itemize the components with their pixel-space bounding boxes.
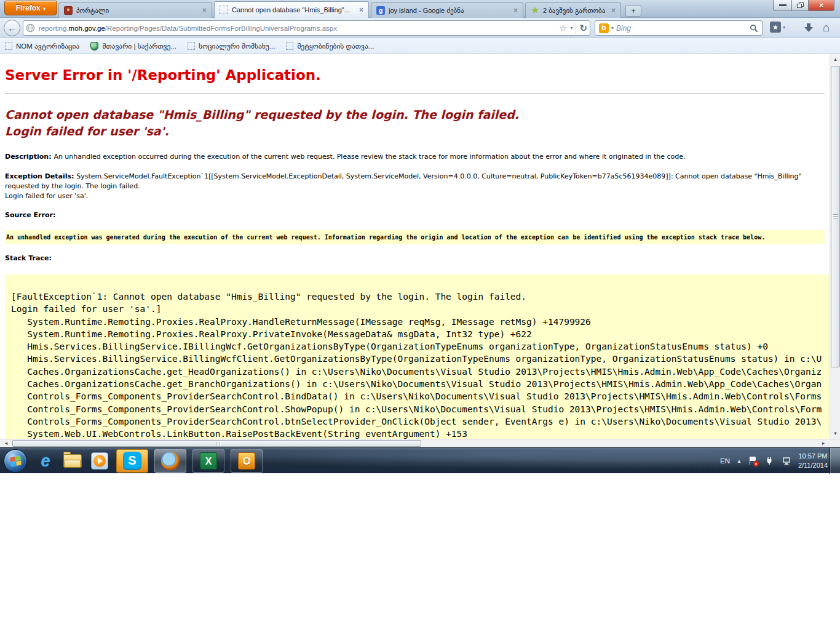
skype-icon: S: [123, 452, 141, 470]
reload-icon[interactable]: ↻: [579, 23, 587, 34]
firefox-app-button-label: Firefox: [16, 4, 41, 12]
tab-label: პორტალი: [76, 7, 199, 15]
tab-portal[interactable]: პორტალი ×: [58, 2, 212, 18]
firefox-app-button[interactable]: Firefox▾: [4, 1, 57, 15]
vertical-scrollbar[interactable]: ▴ ▾: [830, 54, 840, 439]
scroll-up-arrow[interactable]: ▴: [830, 54, 840, 65]
show-desktop-button[interactable]: [830, 448, 840, 474]
taskbar-item-skype[interactable]: S: [116, 449, 148, 473]
source-error-label: Source Error:: [5, 211, 825, 219]
bookmark-item-home-georgia[interactable]: მთავარი | საქართვე...: [90, 42, 176, 50]
taskbar-item-media-player[interactable]: [86, 449, 113, 473]
bookmark-label: სოციალური მომსახუ...: [199, 42, 275, 50]
download-arrow-icon: [802, 22, 815, 34]
power-plug-icon[interactable]: [765, 456, 775, 466]
tab-close-icon[interactable]: ×: [611, 7, 616, 14]
chevron-down-icon[interactable]: ▾: [570, 25, 573, 31]
start-button[interactable]: [4, 449, 27, 473]
search-bar[interactable]: b ▾: [595, 20, 763, 36]
taskbar-item-explorer[interactable]: [59, 449, 86, 473]
description-paragraph: Description: An unhandled exception occu…: [5, 152, 825, 162]
bookmarks-panel-icon: ★: [770, 22, 781, 33]
window-close-button[interactable]: ×: [809, 0, 834, 11]
taskbar-item-firefox[interactable]: [154, 449, 186, 473]
home-icon: ⌂: [823, 21, 830, 34]
clock-time: 10:57 PM: [798, 452, 828, 461]
vertical-scrollbar-thumb[interactable]: [831, 66, 840, 367]
outlook-icon: O: [238, 452, 255, 470]
window-controls: ×: [773, 0, 834, 11]
bookmarks-toolbar: NOM ავტორიზაცია მთავარი | საქართვე... სო…: [0, 38, 840, 54]
bookmark-label: შეტყობინების დათვა...: [297, 42, 374, 50]
hidden-icons-chevron[interactable]: ▲: [737, 458, 742, 464]
chevron-down-icon[interactable]: ▾: [611, 25, 614, 31]
back-arrow-icon: ←: [7, 23, 17, 33]
default-bookmark-icon: [188, 42, 195, 50]
internet-explorer-icon: e: [41, 452, 50, 470]
bookmarks-menu-button[interactable]: ★ ▾: [770, 22, 785, 33]
search-input[interactable]: [616, 24, 747, 33]
url-text[interactable]: reporting.moh.gov.ge/Reporting/Pages/Dat…: [39, 25, 559, 32]
language-indicator[interactable]: EN: [720, 457, 730, 465]
urlbar-action-icons: ☆ ▾ ↻: [559, 23, 587, 34]
navigation-toolbar: ← reporting.moh.gov.ge/Reporting/Pages/D…: [0, 18, 840, 38]
bookmark-label: მთავარი | საქართვე...: [102, 42, 176, 50]
new-tab-button[interactable]: +: [625, 5, 641, 17]
windows-logo-icon: [10, 455, 21, 466]
bookmark-label: NOM ავტორიზაცია: [16, 42, 79, 50]
clock-date: 2/11/2014: [798, 461, 828, 470]
media-player-icon: [91, 452, 108, 470]
window-restore-button[interactable]: [791, 0, 809, 11]
taskbar-item-internet-explorer[interactable]: e: [32, 449, 59, 473]
taskbar-clock[interactable]: 10:57 PM 2/11/2014: [798, 452, 828, 470]
globe-icon: [26, 23, 35, 33]
bookmark-item-social-service[interactable]: სოციალური მომსახუ...: [188, 42, 275, 50]
taskbar-item-outlook[interactable]: O: [231, 449, 263, 473]
scroll-right-arrow[interactable]: ▸: [818, 439, 828, 448]
default-bookmark-icon: [286, 42, 293, 50]
scroll-left-arrow[interactable]: ◂: [1, 439, 11, 448]
error-page-title: Server Error in '/Reporting' Application…: [5, 65, 825, 85]
description-label: Description:: [5, 153, 53, 161]
url-path: /Reporting/Pages/Data/SubmittedFormsForB…: [105, 25, 337, 32]
network-icon[interactable]: [782, 456, 791, 466]
error-page-content: Server Error in '/Reporting' Application…: [0, 65, 830, 439]
tab-google-search[interactable]: g joy island - Google ძებნა ×: [371, 2, 523, 18]
tab-label: 2 ბავშვის გართობა 8.8 ლარად ბავშვ...: [543, 7, 608, 15]
scrollbar-corner: [830, 439, 840, 448]
url-bar[interactable]: reporting.moh.gov.ge/Reporting/Pages/Dat…: [23, 20, 590, 36]
taskbar-item-excel[interactable]: X: [192, 449, 224, 473]
description-text: An unhandled exception occurred during t…: [53, 153, 685, 161]
window-minimize-button[interactable]: [773, 0, 791, 11]
tab-close-icon[interactable]: ×: [513, 7, 518, 14]
tab-close-icon[interactable]: ×: [359, 7, 363, 13]
search-icon[interactable]: [750, 24, 758, 33]
google-favicon: g: [376, 6, 385, 15]
tab-close-icon[interactable]: ×: [202, 7, 207, 14]
horizontal-scrollbar[interactable]: ◂ ▸: [0, 439, 840, 447]
exception-details-paragraph: Exception Details: System.ServiceModel.F…: [5, 172, 825, 201]
firefox-icon: [161, 452, 180, 470]
folder-icon: [63, 454, 82, 468]
chevron-down-icon: ▾: [783, 25, 785, 30]
exception-details-text: System.ServiceModel.FaultException`1[[Sy…: [5, 172, 804, 200]
back-button[interactable]: ←: [4, 20, 20, 36]
tab-label: joy island - Google ძებნა: [389, 7, 510, 15]
default-bookmark-icon: [5, 42, 12, 50]
home-button[interactable]: ⌂: [823, 22, 830, 34]
horizontal-scrollbar-thumb[interactable]: [12, 440, 421, 447]
bookmark-item-nom[interactable]: NOM ავტორიზაცია: [5, 42, 79, 50]
scrollbar-grip: [216, 442, 221, 446]
scroll-down-arrow[interactable]: ▾: [830, 428, 840, 439]
bookmark-item-notifications[interactable]: შეტყობინების დათვა...: [286, 42, 374, 50]
tab-error-page-active[interactable]: Cannot open database "Hmis_Billing"... ×: [214, 1, 369, 18]
tab-article[interactable]: ★ 2 ბავშვის გართობა 8.8 ლარად ბავშვ... ×: [525, 2, 621, 18]
georgia-coat-of-arms-favicon: [64, 6, 73, 15]
tab-label: Cannot open database "Hmis_Billing"...: [232, 6, 355, 14]
downloads-button[interactable]: [802, 22, 815, 36]
bookmark-star-icon[interactable]: ☆: [559, 23, 567, 34]
action-center-flag-icon[interactable]: x: [748, 456, 758, 466]
bing-icon: b: [599, 23, 609, 33]
scrollbar-grip: [833, 214, 838, 219]
minimize-icon: [779, 4, 787, 6]
